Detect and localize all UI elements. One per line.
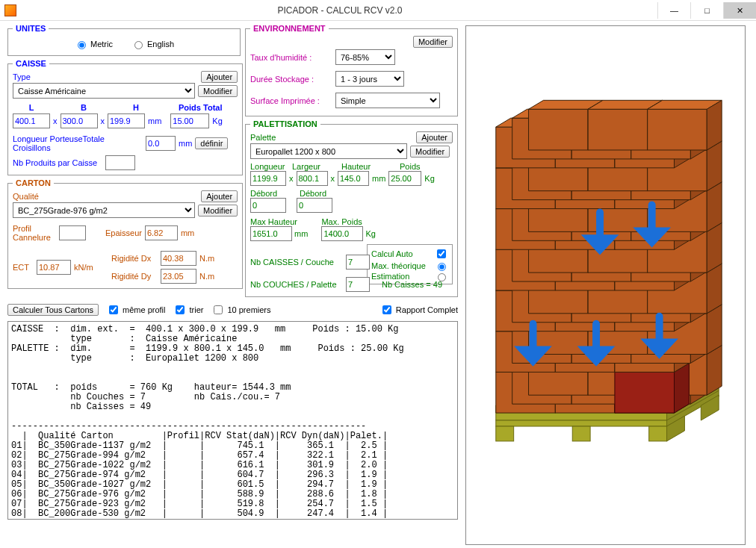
max-hauteur-label: Max Hauteur: [250, 217, 308, 226]
carton-legend: CARTON: [13, 178, 54, 187]
window-title: PICADOR - CALCUL RCV v2.0: [22, 5, 657, 16]
env-fieldset: ENVIRONNEMENT Modifier Taux d'humidité :…: [245, 24, 458, 116]
ect-input[interactable]: [37, 260, 71, 275]
profil-label: Profil Cannelure: [13, 224, 56, 242]
maximize-button[interactable]: □: [690, 2, 723, 19]
debord2-input[interactable]: [297, 198, 332, 213]
rigidite-dy-label: Rigidité Dy: [111, 272, 158, 281]
longueur-porteuse-input[interactable]: [146, 136, 176, 151]
surface-label: Surface Imprimée :: [250, 96, 332, 105]
qualite-label: Qualité: [13, 192, 50, 201]
palette-label: Palette: [250, 133, 288, 142]
epaisseur-label: Epaisseur: [105, 228, 142, 237]
calcul-auto-check[interactable]: [437, 249, 446, 258]
meme-profil-check[interactable]: même profil: [106, 303, 165, 317]
window-controls: — □ ✕: [657, 2, 756, 19]
calculer-button[interactable]: Calculer Tous Cartons: [7, 304, 99, 316]
epaisseur-input[interactable]: [145, 225, 178, 240]
longueur-label: Longueur: [250, 162, 289, 171]
max-poids-label: Max. Poids: [321, 217, 376, 226]
english-radio[interactable]: [134, 41, 143, 49]
env-modifier-button[interactable]: Modifier: [413, 36, 453, 48]
control-bar: Calculer Tous Cartons même profil trier …: [7, 300, 458, 320]
ect-label: ECT: [13, 263, 34, 272]
type-label: Type: [13, 72, 43, 81]
rapport-check[interactable]: Rapport Complet: [379, 303, 458, 317]
palet-L-input[interactable]: [250, 171, 286, 186]
palet-legend: PALETTISATION: [250, 119, 320, 128]
B-input[interactable]: [61, 113, 98, 128]
largeur-label: Largeur: [292, 162, 329, 171]
nb-produits-input[interactable]: [105, 155, 135, 170]
svg-rect-6: [496, 420, 667, 426]
carton-fieldset: CARTON Qualité Ajouter BC_275Grade-976 g…: [7, 178, 243, 289]
calcul-auto-label: Calcul Auto: [371, 249, 431, 258]
poids-label: Poids: [400, 162, 421, 171]
palet-fieldset: PALETTISATION Palette Ajouter Europallet…: [245, 119, 458, 297]
svg-rect-9: [572, 426, 590, 441]
palet-h-input[interactable]: [338, 171, 369, 186]
H-input[interactable]: [108, 113, 145, 128]
carton-modifier-button[interactable]: Modifier: [198, 205, 238, 217]
max-theo-radio[interactable]: [438, 263, 446, 271]
unites-legend: UNITES: [13, 24, 49, 33]
caisse-type-select[interactable]: Caisse Américaine: [13, 83, 195, 99]
debord2-label: Débord: [300, 189, 337, 198]
english-radio-label[interactable]: English: [131, 39, 174, 49]
max-poids-input[interactable]: [321, 226, 363, 241]
carton-qualite-select[interactable]: BC_275Grade-976 g/m2: [13, 202, 195, 218]
caisse-fieldset: CAISSE Type Ajouter Caisse Américaine Mo…: [7, 59, 243, 175]
duree-label: Durée Stockage :: [250, 75, 332, 84]
max-hauteur-input[interactable]: [250, 226, 292, 241]
metric-radio-label[interactable]: Metric: [74, 39, 113, 49]
taux-label: Taux d'humidité :: [250, 53, 332, 62]
svg-rect-8: [496, 426, 514, 441]
L-label: L: [13, 103, 50, 112]
poids-total-label: Poids Total: [179, 103, 222, 112]
mm-label: mm: [148, 116, 161, 125]
nb-produits-label: Nb Produits par Caisse: [13, 158, 102, 167]
debord1-input[interactable]: [250, 198, 286, 213]
profil-input[interactable]: [59, 225, 86, 240]
caisse-ajouter-button[interactable]: Ajouter: [201, 71, 238, 83]
palette-select[interactable]: Europallet 1200 x 800: [250, 143, 407, 159]
env-legend: ENVIRONNEMENT: [250, 24, 329, 33]
kg-label: Kg: [212, 116, 222, 125]
definir-button[interactable]: définir: [195, 137, 228, 149]
trier-check[interactable]: trier: [173, 303, 203, 317]
L-input[interactable]: [13, 113, 50, 128]
poids-input[interactable]: [170, 113, 209, 128]
hauteur-label: Hauteur: [341, 162, 380, 171]
rdy-input[interactable]: [161, 269, 196, 284]
ncp-input[interactable]: [346, 277, 370, 292]
caisse-modifier-button[interactable]: Modifier: [198, 85, 238, 97]
metric-radio[interactable]: [78, 41, 86, 49]
surface-select[interactable]: Simple: [335, 93, 440, 108]
B-label: B: [65, 103, 102, 112]
carton-ajouter-button[interactable]: Ajouter: [201, 190, 238, 202]
pallet-3d-svg: [466, 26, 745, 544]
minimize-button[interactable]: —: [657, 2, 690, 19]
close-button[interactable]: ✕: [723, 2, 756, 19]
unites-fieldset: UNITES Metric English: [7, 24, 241, 56]
nb-caisses-label: Nb Caisses = 49: [382, 280, 442, 289]
H-label: H: [117, 103, 155, 112]
svg-marker-13: [615, 372, 675, 413]
taux-select[interactable]: 76-85%: [335, 49, 395, 65]
ncc-label: Nb CAISSES / Couche: [250, 258, 343, 267]
max-theo-label: Max. théorique: [371, 261, 431, 270]
palet-p-input[interactable]: [388, 171, 421, 186]
svg-rect-10: [649, 426, 667, 441]
debord1-label: Débord: [250, 189, 289, 198]
ncc-input[interactable]: [346, 255, 370, 270]
palet-ajouter-button[interactable]: Ajouter: [416, 131, 453, 143]
app-icon: [4, 4, 16, 16]
rdx-input[interactable]: [161, 251, 196, 266]
rigidite-dx-label: Rigidité Dx: [111, 254, 158, 263]
duree-select[interactable]: 1 - 3 jours: [335, 71, 404, 87]
palet-l-input[interactable]: [297, 171, 328, 186]
dix-premiers-check[interactable]: 10 premiers: [211, 303, 270, 317]
palet-modifier-button[interactable]: Modifier: [410, 146, 450, 158]
pallet-3d-preview: [465, 25, 746, 545]
titlebar: PICADOR - CALCUL RCV v2.0 — □ ✕: [0, 0, 756, 21]
